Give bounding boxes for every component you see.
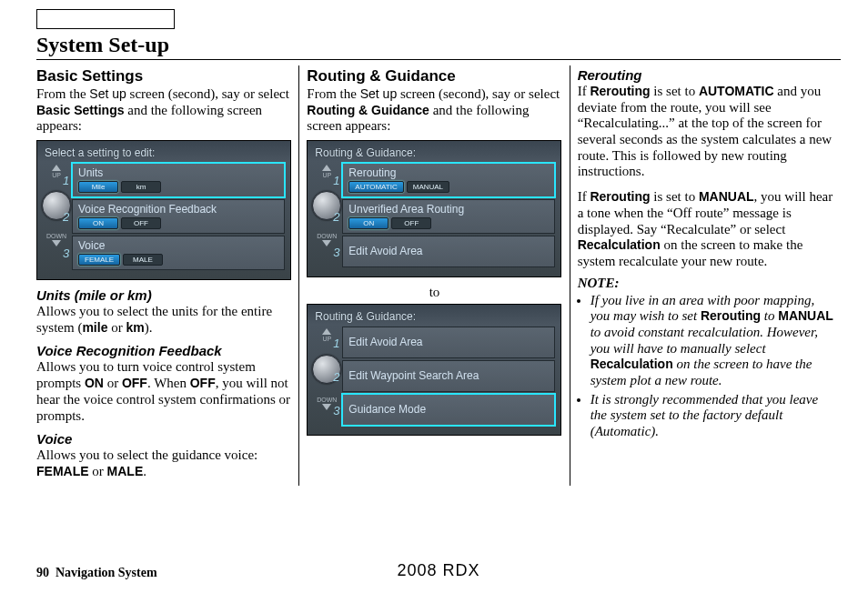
opt-mile[interactable]: Mile bbox=[78, 181, 118, 193]
column-rerouting: Rerouting If Rerouting is set to AUTOMAT… bbox=[578, 65, 841, 486]
intro-routing: From the Set up screen (second), say or … bbox=[307, 86, 561, 135]
panel-title: Select a setting to edit: bbox=[37, 141, 290, 163]
intro-basic: From the Set up screen (second), say or … bbox=[36, 86, 291, 135]
heading-rerouting: Rerouting bbox=[578, 67, 833, 83]
setting-row-guidance-mode[interactable]: 3 Guidance Mode bbox=[342, 394, 555, 426]
setting-row-edit-avoid[interactable]: 1 Edit Avoid Area bbox=[342, 327, 555, 358]
opt-off[interactable]: OFF bbox=[391, 217, 431, 229]
arrow-up-icon bbox=[322, 165, 331, 171]
heading-basic-settings: Basic Settings bbox=[36, 67, 291, 85]
opt-on[interactable]: ON bbox=[78, 217, 118, 229]
column-routing-guidance: Routing & Guidance From the Set up scree… bbox=[307, 65, 570, 486]
sub-vrf: Voice Recognition Feedback bbox=[36, 343, 291, 358]
opt-male[interactable]: MALE bbox=[123, 254, 163, 266]
opt-manual[interactable]: MANUAL bbox=[407, 181, 449, 193]
opt-off[interactable]: OFF bbox=[121, 217, 161, 229]
arrow-down-icon bbox=[322, 240, 331, 246]
note-heading: NOTE: bbox=[578, 276, 833, 291]
setting-row-edit-avoid[interactable]: 3 Edit Avoid Area bbox=[342, 236, 555, 267]
panel-routing-1: Routing & Guidance: UP DOWN 1 Rerouting bbox=[307, 140, 561, 277]
setting-row-voice[interactable]: 3 Voice FEMALE MALE bbox=[72, 236, 285, 270]
sub-voice: Voice bbox=[36, 431, 291, 447]
footer-model: 2008 RDX bbox=[397, 561, 479, 580]
opt-km[interactable]: km bbox=[121, 181, 161, 193]
to-label: to bbox=[307, 285, 561, 300]
sub-units: Units (mile or km) bbox=[36, 287, 291, 303]
note-item: It is strongly recommended that you leav… bbox=[590, 392, 833, 440]
footer: 90 Navigation System 2008 RDX bbox=[36, 566, 841, 580]
setting-row-units[interactable]: 1 Units Mile km bbox=[72, 163, 285, 197]
panel-title: Routing & Guidance: bbox=[308, 305, 560, 327]
opt-on[interactable]: ON bbox=[348, 217, 389, 229]
panel-title: Routing & Guidance: bbox=[308, 141, 560, 163]
heading-routing: Routing & Guidance bbox=[307, 67, 561, 85]
arrow-up-icon bbox=[322, 328, 331, 335]
column-basic-settings: Basic Settings From the Set up screen (s… bbox=[36, 65, 299, 486]
p-rerouting-auto: If Rerouting is set to AUTOMATIC and you… bbox=[578, 84, 833, 180]
body-vrf: Allows you to turn voice control system … bbox=[36, 359, 291, 424]
header-box bbox=[36, 9, 175, 29]
setting-row-voice-feedback[interactable]: 2 Voice Recognition Feedback ON OFF bbox=[72, 199, 285, 234]
arrow-down-icon bbox=[52, 240, 61, 246]
opt-automatic[interactable]: AUTOMATIC bbox=[348, 181, 403, 193]
note-list: If you live in an area with poor mapping… bbox=[578, 293, 833, 440]
arrow-up-icon bbox=[52, 165, 61, 171]
panel-basic-settings: Select a setting to edit: UP DOWN 1 Unit… bbox=[36, 140, 291, 280]
setting-row-rerouting[interactable]: 1 Rerouting AUTOMATIC MANUAL bbox=[342, 163, 555, 197]
page-title: System Set-up bbox=[36, 33, 841, 60]
note-item: If you live in an area with poor mapping… bbox=[590, 293, 833, 389]
setting-row-unverified[interactable]: 2 Unverified Area Routing ON OFF bbox=[342, 199, 555, 234]
setting-row-edit-waypoint[interactable]: 2 Edit Waypoint Search Area bbox=[342, 360, 555, 392]
page-number: 90 Navigation System bbox=[36, 566, 157, 579]
arrow-down-icon bbox=[322, 404, 331, 410]
opt-female[interactable]: FEMALE bbox=[78, 254, 120, 266]
body-units: Allows you to select the units for the e… bbox=[36, 304, 291, 336]
panel-routing-2: Routing & Guidance: UP DOWN 1 Edit Avoid… bbox=[307, 304, 561, 436]
body-voice: Allows you to select the guidance voice:… bbox=[36, 447, 291, 479]
p-rerouting-manual: If Rerouting is set to MANUAL, you will … bbox=[578, 189, 833, 269]
